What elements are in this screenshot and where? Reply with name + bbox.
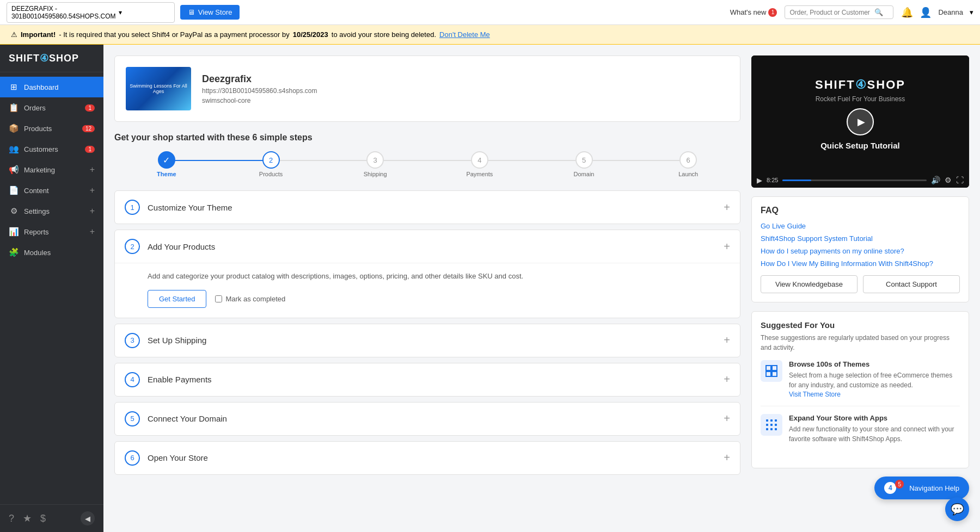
suggested-title: Suggested For You (761, 320, 960, 330)
sidebar-item-marketing[interactable]: 📢 Marketing + (0, 159, 103, 180)
user-name[interactable]: Deanna (938, 8, 963, 16)
accordion-actions-2: Get Started Mark as completed (148, 290, 730, 308)
accordion-toggle-1[interactable]: + (724, 201, 730, 214)
view-knowledgebase-button[interactable]: View Knowledgebase (761, 275, 857, 293)
user-icon[interactable]: 👤 (920, 7, 932, 18)
nav-help-bubble[interactable]: 4 5 Navigation Help (874, 477, 969, 499)
sidebar-item-label: Modules (24, 249, 51, 257)
view-store-button[interactable]: 🖥 View Store (180, 5, 240, 20)
setup-heading: Get your shop started with these 6 simpl… (114, 133, 740, 143)
sidebar-item-products[interactable]: 📦 Products 12 (0, 118, 103, 139)
svg-rect-10 (766, 428, 768, 430)
faq-link-1[interactable]: Go Live Guide (761, 222, 960, 230)
accordion-toggle-3[interactable]: + (724, 334, 730, 347)
store-url: https://301B00104595860.s4shops.com (202, 87, 317, 95)
sidebar-item-label: Settings (24, 207, 50, 215)
settings-video-icon[interactable]: ⚙ (945, 176, 952, 184)
step-1[interactable]: ✓ Theme (114, 151, 219, 177)
accordion-header-1[interactable]: 1 Customize Your Theme + (115, 191, 740, 224)
suggested-section: Suggested For You These suggestions are … (751, 311, 969, 468)
dont-delete-link[interactable]: Don't Delete Me (439, 30, 490, 39)
search-input[interactable] (789, 9, 871, 16)
store-name: Deezgrafix (202, 73, 317, 85)
reports-icon: 📊 (9, 227, 19, 237)
accordion-title-5: Connect Your Domain (148, 414, 716, 423)
logo-text: SHIFT④SHOP (9, 53, 79, 64)
contact-support-button[interactable]: Contact Support (863, 275, 960, 293)
store-selector[interactable]: DEEZGRAFIX - 301B00104595860.54SHOPS.COM… (7, 2, 175, 23)
suggested-item-link-1[interactable]: Visit Theme Store (789, 391, 841, 398)
accordion-header-4[interactable]: 4 Enable Payments + (115, 363, 740, 396)
dollar-icon[interactable]: $ (40, 513, 46, 524)
customers-badge: 1 (85, 146, 95, 153)
accordion-header-2[interactable]: 2 Add Your Products + (115, 230, 740, 263)
video-card: SHIFT④SHOP Rocket Fuel For Your Business… (751, 55, 969, 188)
play-button[interactable] (847, 108, 874, 135)
search-box[interactable]: 🔍 (785, 5, 893, 19)
step-6[interactable]: 6 Launch (636, 151, 740, 177)
fullscreen-icon[interactable]: ⛶ (956, 176, 964, 184)
monitor-icon: 🖥 (188, 8, 195, 16)
sidebar-item-label: Customers (24, 145, 58, 153)
accordion-toggle-2[interactable]: + (724, 240, 730, 253)
mark-complete-label[interactable]: Mark as completed (215, 295, 285, 303)
sidebar-item-dashboard[interactable]: ⊞ Dashboard (0, 77, 103, 97)
customers-icon: 👥 (9, 144, 19, 154)
mark-complete-text: Mark as completed (225, 295, 285, 303)
search-icon: 🔍 (874, 8, 883, 16)
accordion-header-5[interactable]: 5 Connect Your Domain + (115, 403, 740, 435)
video-progress-bar[interactable] (782, 180, 927, 181)
sidebar-nav: ⊞ Dashboard 📋 Orders 1 📦 Products 12 👥 C… (0, 72, 103, 504)
bell-icon[interactable]: 🔔 (901, 7, 913, 18)
accordion-toggle-5[interactable]: + (724, 412, 730, 425)
volume-icon[interactable]: 🔊 (931, 176, 940, 184)
sidebar-item-customers[interactable]: 👥 Customers 1 (0, 139, 103, 159)
suggested-icon-1 (761, 360, 782, 382)
svg-rect-7 (766, 424, 768, 426)
important-banner: ⚠ Important! - It is required that you s… (0, 25, 980, 45)
step-5[interactable]: 5 Domain (532, 151, 636, 177)
sidebar-item-modules[interactable]: 🧩 Modules (0, 242, 103, 263)
sidebar-item-reports[interactable]: 📊 Reports + (0, 221, 103, 242)
sidebar-item-label: Reports (24, 228, 49, 236)
suggested-item-title-2: Expand Your Store with Apps (789, 414, 960, 422)
step-1-label: Theme (157, 171, 176, 177)
sidebar-item-content[interactable]: 📄 Content + (0, 180, 103, 201)
mark-complete-checkbox[interactable] (215, 295, 222, 302)
products-badge: 12 (82, 125, 95, 132)
faq-link-2[interactable]: Shift4Shop Support System Tutorial (761, 234, 960, 243)
accordion-title-2: Add Your Products (148, 242, 716, 251)
star-icon[interactable]: ★ (23, 512, 32, 524)
sidebar-item-settings[interactable]: ⚙ Settings + (0, 201, 103, 221)
step-2[interactable]: 2 Products (219, 151, 323, 177)
accordion-title-3: Set Up Shipping (148, 336, 716, 345)
video-controls: ▶ 8:25 🔊 ⚙ ⛶ (751, 172, 969, 188)
accordion-item-6: 6 Open Your Store + (114, 441, 740, 475)
accordion-toggle-6[interactable]: + (724, 451, 730, 464)
get-started-button[interactable]: Get Started (148, 290, 206, 308)
store-info: Deezgrafix https://301B00104595860.s4sho… (202, 73, 317, 104)
svg-rect-6 (775, 419, 777, 422)
step-4[interactable]: 4 Payments (427, 151, 532, 177)
accordion-header-3[interactable]: 3 Set Up Shipping + (115, 324, 740, 357)
orders-icon: 📋 (9, 103, 19, 113)
faq-link-4[interactable]: How Do I View My Billing Information Wit… (761, 259, 960, 268)
svg-rect-1 (772, 366, 777, 370)
help-icon[interactable]: ? (9, 513, 14, 524)
accordion-toggle-4[interactable]: + (724, 373, 730, 386)
chat-button[interactable]: 💬 (945, 497, 969, 521)
step-3[interactable]: 3 Shipping (323, 151, 427, 177)
step-1-circle: ✓ (158, 151, 175, 169)
suggested-content-2: Expand Your Store with Apps Add new func… (789, 414, 960, 444)
svg-rect-3 (772, 372, 777, 376)
svg-rect-0 (766, 366, 771, 370)
accordion-header-6[interactable]: 6 Open Your Store + (115, 442, 740, 474)
faq-link-3[interactable]: How do I setup payments on my online sto… (761, 247, 960, 255)
sidebar-item-orders[interactable]: 📋 Orders 1 (0, 97, 103, 118)
collapse-sidebar-button[interactable]: ◀ (81, 511, 95, 525)
whats-new[interactable]: What's new 1 (730, 8, 777, 17)
warning-icon: ⚠ (11, 30, 17, 39)
sidebar-item-label: Dashboard (24, 83, 59, 91)
suggested-item-1: Browse 100s of Themes Select from a huge… (761, 360, 960, 406)
play-control-icon[interactable]: ▶ (757, 176, 762, 184)
